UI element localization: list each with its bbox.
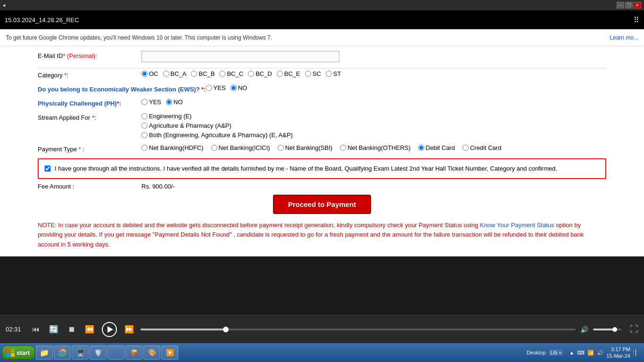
proceed-payment-button[interactable]: Proceed to Payment [273, 195, 371, 214]
minimize-button[interactable]: — [617, 2, 624, 8]
show-desktop-button[interactable]: ▏ [633, 350, 639, 356]
note-section: NOTE: In case your account is debited an… [38, 219, 606, 252]
ph-no[interactable]: NO [166, 99, 183, 106]
category-BCC[interactable]: BC_C [219, 70, 243, 77]
ews-no[interactable]: NO [231, 84, 248, 91]
category-options: OC BC_A BC_B BC_C BC_D BC_E SC ST [141, 70, 606, 77]
taskbar-item-paint[interactable]: 🎨 [143, 346, 160, 360]
shield-icon: 🛡️ [94, 348, 102, 357]
fee-row: Fee Amount : Rs. 900.00/- [38, 183, 606, 190]
media-prev-button[interactable]: ⏪ [83, 325, 96, 334]
payment-sbi[interactable]: Net Banking(SBI) [278, 144, 332, 151]
email-input[interactable] [141, 51, 339, 62]
category-BCB[interactable]: BC_B [191, 70, 215, 77]
stream-row: Stream Applied For *: Engineering (E) Ag… [38, 113, 606, 139]
close-button[interactable]: ✕ [634, 2, 641, 8]
ews-yes[interactable]: YES [206, 84, 226, 91]
taskbar-item-edge[interactable]: ⬡ [107, 346, 124, 360]
volume-bar[interactable] [593, 329, 621, 330]
payment-debit[interactable]: Debit Card [418, 144, 455, 151]
payment-grid: Net Banking(HDFC) Net Banking(ICICI) Net… [141, 144, 501, 151]
payment-hdfc[interactable]: Net Banking(HDFC) [141, 144, 204, 151]
windows-logo [6, 348, 15, 357]
category-OC[interactable]: OC [141, 70, 158, 77]
ews-options: YES NO [206, 84, 606, 91]
volume-thumb[interactable] [612, 327, 617, 332]
know-payment-status-link[interactable]: Know Your Payment Status [480, 222, 554, 229]
category-BCD[interactable]: BC_D [248, 70, 272, 77]
lib-label[interactable]: Lib » [549, 349, 564, 356]
email-row: E-Mail ID* (Personal): [38, 51, 606, 62]
form-content: E-Mail ID* (Personal): Category *: OC BC… [0, 46, 644, 256]
fee-value: Rs. 900.00/- [141, 183, 175, 190]
category-SC[interactable]: SC [305, 70, 321, 77]
stream-label: Stream Applied For *: [38, 113, 141, 121]
time-display: 3:17 PM [606, 346, 630, 353]
media-progress-fill [140, 329, 228, 330]
explorer-icon: 🖥️ [76, 348, 84, 357]
fee-label: Fee Amount : [38, 183, 141, 190]
ews-label: Do you belong to Economically Weaker Sec… [38, 84, 206, 93]
stream-both[interactable]: Both (Engineering, Agriculture & Pharmac… [141, 132, 293, 139]
volume-tray-icon[interactable]: 🔊 [597, 350, 603, 356]
media-loop-button[interactable]: 🔄 [47, 325, 60, 334]
tray-up-icon[interactable]: ▲ [569, 350, 574, 355]
recording-bar: 15.03.2024_14.28.26_REC ⠿ [0, 10, 644, 29]
title-bar-left: ● [3, 2, 6, 8]
start-label: start [17, 349, 30, 356]
divider [38, 68, 606, 68]
taskbar-item-media[interactable]: ▶️ [161, 346, 178, 360]
fullscreen-icon[interactable]: ⛶ [630, 324, 638, 334]
media-progress-bar[interactable] [140, 329, 576, 330]
taskbar-right: Desktop Lib » ▲ ⌨ 📶 🔊 3:17 PM 15-Mar-24 … [527, 346, 642, 360]
chrome-notice-bar: To get future Google Chrome updates, you… [0, 29, 644, 46]
declaration-checkbox[interactable] [44, 165, 51, 172]
clock[interactable]: 3:17 PM 15-Mar-24 [606, 346, 630, 360]
media-icon: ▶️ [165, 348, 174, 357]
media-forward-button[interactable]: ⏩ [123, 325, 136, 334]
payment-type-row: Payment Type * : Net Banking(HDFC) Net B… [38, 144, 606, 153]
email-value [141, 51, 606, 62]
volume-icon: 🔊 [580, 326, 588, 333]
ph-yes[interactable]: YES [141, 99, 161, 106]
category-ST[interactable]: ST [326, 70, 341, 77]
taskbar-item-chrome[interactable] [54, 346, 71, 360]
payment-icici[interactable]: Net Banking(ICICI) [211, 144, 270, 151]
media-play-button[interactable] [101, 321, 118, 338]
taskbar-item-shield[interactable]: 🛡️ [90, 346, 107, 360]
media-progress-thumb[interactable] [223, 327, 229, 332]
taskbar-item-app1[interactable]: 📦 [125, 346, 142, 360]
category-BCE[interactable]: BC_E [277, 70, 300, 77]
recording-dots: ⠿ [634, 16, 639, 25]
play-circle [102, 322, 117, 337]
stream-options-list: Engineering (E) Agriculture & Pharmacy (… [141, 113, 293, 139]
taskbar: start 📁 🖥️ 🛡️ ⬡ 📦 🎨 ▶️ [0, 343, 644, 362]
chrome-notice-text: To get future Google Chrome updates, you… [6, 34, 272, 41]
payment-others[interactable]: Net Banking(OTHERS) [340, 144, 411, 151]
ph-options: YES NO [141, 99, 606, 106]
proceed-button-wrapper: Proceed to Payment [38, 195, 606, 214]
media-rewind-button[interactable]: ⏮ [29, 325, 42, 334]
media-stop-button[interactable]: ⏹ [65, 325, 78, 334]
paint-icon: 🎨 [148, 348, 156, 357]
edge-icon: ⬡ [112, 348, 120, 357]
taskbar-item-files[interactable]: 📁 [36, 346, 53, 360]
chrome-icon [58, 348, 66, 357]
payment-credit[interactable]: Credit Card [462, 144, 501, 151]
ph-row: Physically Challenged (PH)*: YES NO [38, 99, 606, 107]
declaration-text: I have gone through all the instructions… [55, 164, 557, 173]
stream-engineering[interactable]: Engineering (E) [141, 113, 293, 120]
start-button[interactable]: start [2, 346, 35, 360]
taskbar-item-explorer[interactable]: 🖥️ [72, 346, 89, 360]
stream-agri[interactable]: Agriculture & Pharmacy (A&P) [141, 122, 293, 129]
desktop-label[interactable]: Desktop [527, 350, 545, 355]
category-BCA[interactable]: BC_A [163, 70, 187, 77]
win-logo-q3 [6, 353, 10, 357]
restore-button[interactable]: ❐ [625, 2, 633, 8]
learn-more-link[interactable]: Learn mo... [610, 34, 638, 41]
media-time: 02:31 [6, 326, 25, 333]
svg-point-2 [61, 351, 64, 354]
title-bar-text: ● [3, 2, 6, 8]
email-label: E-Mail ID* (Personal): [38, 51, 141, 59]
ews-row: Do you belong to Economically Weaker Sec… [38, 84, 606, 93]
